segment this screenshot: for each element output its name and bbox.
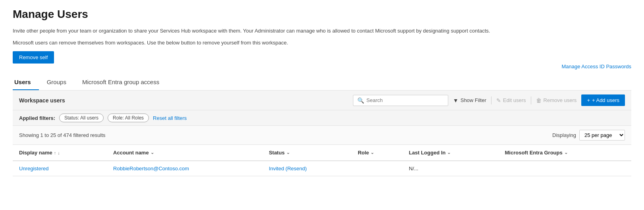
chevron-down-account: ⌄: [150, 150, 154, 155]
col-header-role[interactable]: Role ⌄: [351, 145, 403, 161]
plus-icon: +: [587, 97, 590, 103]
search-icon: 🔍: [357, 97, 364, 104]
chevron-down-entra: ⌄: [564, 150, 568, 155]
search-input[interactable]: [366, 97, 444, 103]
display-name-link[interactable]: Unregistered: [19, 166, 48, 171]
per-page-dropdown[interactable]: 25 per page 50 per page 100 per page: [579, 130, 625, 141]
page-title: Manage Users: [13, 8, 631, 21]
reset-all-filters-link[interactable]: Reset all filters: [153, 115, 187, 121]
tab-entra[interactable]: Microsoft Entra group access: [81, 75, 167, 90]
filter-tag-status[interactable]: Status: All users: [59, 114, 104, 122]
col-header-entra-groups[interactable]: Microsoft Entra Groups ⌄: [499, 145, 631, 161]
table-row: Unregistered RobbieRobertson@Contoso.com…: [13, 161, 631, 176]
edit-icon: ✎: [496, 97, 501, 104]
show-filter-action[interactable]: ▼ Show Filter: [453, 97, 486, 104]
divider-2: [531, 96, 531, 104]
search-box[interactable]: 🔍: [353, 95, 448, 106]
filters-bar: Applied filters: Status: All users Role:…: [13, 110, 631, 126]
sort-asc-icon: ↑: [54, 150, 56, 155]
users-table: Display name ↑ ↓ Account name ⌄ St: [13, 145, 631, 176]
results-bar: Showing 1 to 25 of 474 filtered results …: [13, 126, 631, 145]
status-value: Invited: [269, 166, 284, 171]
cell-display-name: Unregistered: [13, 161, 107, 176]
per-page-select: Displaying 25 per page 50 per page 100 p…: [552, 130, 625, 141]
chevron-down-logged: ⌄: [447, 150, 451, 155]
table-container: Display name ↑ ↓ Account name ⌄ St: [13, 145, 631, 176]
add-users-button[interactable]: + + Add users: [581, 94, 625, 106]
edit-users-action[interactable]: ✎ Edit users: [496, 97, 526, 104]
cell-entra-groups: [499, 161, 631, 176]
resend-link[interactable]: (Resend): [285, 166, 307, 171]
remove-self-button[interactable]: Remove self: [13, 51, 54, 64]
chevron-down-role: ⌄: [370, 150, 374, 155]
toolbar-right: 🔍 ▼ Show Filter ✎ Edit users 🗑 Remove us…: [353, 94, 625, 106]
account-name-link[interactable]: RobbieRobertson@Contoso.com: [113, 166, 189, 171]
manage-access-link[interactable]: Manage Access ID Passwords: [561, 64, 631, 69]
displaying-label: Displaying: [552, 132, 576, 138]
cell-last-logged-in: N/...: [403, 161, 499, 176]
tab-groups[interactable]: Groups: [45, 75, 74, 90]
toolbar: Workspace users 🔍 ▼ Show Filter ✎ Edit u…: [13, 91, 631, 110]
tab-users[interactable]: Users: [13, 75, 39, 90]
trash-icon: 🗑: [536, 97, 542, 104]
col-header-last-logged-in[interactable]: Last Logged In ⌄: [403, 145, 499, 161]
chevron-down-status: ⌄: [286, 150, 290, 155]
workspace-users-label: Workspace users: [19, 97, 65, 104]
results-showing-text: Showing 1 to 25 of 474 filtered results: [19, 132, 106, 138]
col-header-display-name[interactable]: Display name ↑ ↓: [13, 145, 107, 161]
tabs-container: Users Groups Microsoft Entra group acces…: [13, 75, 631, 91]
cell-role: [351, 161, 403, 176]
description-text: Invite other people from your team or or…: [13, 27, 631, 35]
page-container: Manage Users Invite other people from yo…: [0, 0, 644, 176]
sort-chevron-display: ↓: [58, 150, 60, 155]
cell-account-name: RobbieRobertson@Contoso.com: [107, 161, 262, 176]
col-header-status[interactable]: Status ⌄: [262, 145, 351, 161]
filter-icon: ▼: [453, 97, 459, 104]
cell-status: Invited (Resend): [262, 161, 351, 176]
remove-self-text: Microsoft users can remove themselves fr…: [13, 39, 631, 47]
filter-tag-role[interactable]: Role: All Roles: [108, 114, 149, 122]
table-header-row: Display name ↑ ↓ Account name ⌄ St: [13, 145, 631, 161]
remove-users-action[interactable]: 🗑 Remove users: [536, 97, 577, 104]
applied-filters-label: Applied filters:: [19, 115, 55, 121]
col-header-account-name[interactable]: Account name ⌄: [107, 145, 262, 161]
divider-1: [491, 96, 492, 104]
